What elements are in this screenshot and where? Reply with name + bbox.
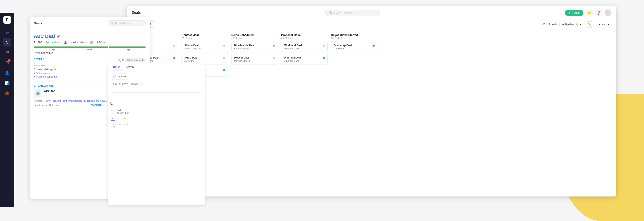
sidebar-item-chart[interactable]: 📊 xyxy=(3,79,12,87)
col-header-negotiations: Negotiations Started £0 · 1 deal xyxy=(331,33,378,40)
pencil-icon: ✏️ xyxy=(576,23,578,26)
toolbar: ⊞ ☰ ↻ £0 · 12 deals ⊟ Pipeline ✏️ ▾ ✏️ ▼… xyxy=(127,19,616,30)
add-deal-button[interactable]: + + Deal xyxy=(565,10,584,16)
today-user: M xyxy=(113,126,130,128)
deal-card-name-omnicorp: Omnicorp Deal xyxy=(334,44,371,47)
deal-card-bluemarble[interactable]: Blue Marble Deal Blue Marble LLP xyxy=(231,42,278,52)
tab-activity-type[interactable]: ACTIVITY xyxy=(117,117,128,121)
filter-icon: ▼ xyxy=(598,23,600,26)
deal-assignee: Hashim Hardy xyxy=(70,41,86,44)
deal-card-silicon[interactable]: Silicon Deal Silicon Links Inc xyxy=(182,42,228,52)
filter-dropdown[interactable]: ▼ Kurt ▾ xyxy=(596,22,611,27)
smart-contact-label: Smart Contact Data Info xyxy=(34,104,59,106)
pin-icon: 📌 xyxy=(56,35,60,38)
sidebar-item-contacts[interactable]: 👤 xyxy=(3,69,12,77)
tab-all[interactable]: ALL xyxy=(110,117,115,121)
sidebar-item-calendar[interactable]: ⊡ 6 xyxy=(3,58,12,67)
calendar-badge: 6 xyxy=(8,59,10,62)
progress-label-3: 0 days xyxy=(109,48,146,51)
sidebar-item-location[interactable]: ◎ xyxy=(3,28,12,36)
col-title-demo: Demo Scheduled xyxy=(231,33,278,37)
user-avatar[interactable] xyxy=(604,9,611,16)
col-header-contact-made: Contact Made £0 · 3 deals xyxy=(182,33,228,40)
sidebar-item-briefcase[interactable]: 💼 xyxy=(3,89,12,97)
bg-panel-header: Deals 🔍 Search Pipedrive xyxy=(30,17,150,29)
deal-card-info-jmvd: JMVD Deal JMVD Inc xyxy=(184,56,222,62)
call-row: Call 22 May · Kurt · H xyxy=(108,107,205,116)
deal-card-mindbend[interactable]: Mindbend Deal Mindbend LLP xyxy=(281,42,328,52)
deal-card-info-bluemarble: Blue Marble Deal Blue Marble LLP xyxy=(234,44,271,50)
deal-card-omnicorp[interactable]: Omnicorp Deal Omnicorp xyxy=(331,42,378,52)
today-timestamp: Today at 10:37 AM xyxy=(113,123,130,126)
deal-dot-jmvd xyxy=(223,57,225,59)
deal-card-company-silicon: Silicon Links Inc xyxy=(184,47,222,50)
deal-amount: €1,500 xyxy=(34,41,42,44)
deal-dot-silicon xyxy=(223,45,225,47)
deal-card-moveer[interactable]: Moveer Deal Moveer Limited xyxy=(231,54,278,64)
star-button[interactable]: ⭐ xyxy=(586,9,593,16)
help-button[interactable]: ❓ xyxy=(595,9,602,16)
deal-card-umbrella[interactable]: Umbrella Deal Umbrella Corp xyxy=(281,54,328,64)
column-demo-scheduled: Demo Scheduled £0 · 2 deals Blue Marble … xyxy=(231,33,278,193)
col-title-contact-made: Contact Made xyxy=(182,33,228,37)
deal-card-company-jmvd: JMVD Inc xyxy=(184,60,222,62)
bg-panel-search[interactable]: 🔍 Search Pipedrive xyxy=(108,20,146,26)
note-input[interactable] xyxy=(110,81,202,90)
deal-card-name-umbrella: Umbrella Deal xyxy=(284,56,321,59)
deal-dot-ownerate xyxy=(223,69,225,71)
col-header-proposal: Proposal Made £0 · 2 deals xyxy=(281,33,328,40)
phone-icon[interactable]: 📞 xyxy=(110,102,114,105)
arrows-icon[interactable]: ⇅ xyxy=(122,58,124,62)
search-icon: 🔍 xyxy=(111,22,114,25)
today-entry: Today at 10:37 AM M xyxy=(108,122,205,129)
notes-body: 📄 Invoice ··· xyxy=(108,71,205,100)
col-title-proposal: Proposal Made xyxy=(281,33,328,37)
deal-card-info-moveer: Moveer Deal Moveer Limited xyxy=(234,56,271,62)
column-negotiations: Negotiations Started £0 · 1 deal Omnicor… xyxy=(331,33,378,193)
invoice-tag[interactable]: 📄 Invoice xyxy=(110,73,128,80)
progress-bar-group: 0 days 0 days 0 days xyxy=(34,47,146,51)
more-dots[interactable]: ··· xyxy=(199,94,202,98)
notes-activity-panel: Notes Activity 📄 Invoice ··· 📞 Call 22 M… xyxy=(108,63,205,205)
org-name: ABC Inc xyxy=(44,89,55,93)
deal-card-name-jmvd: JMVD Deal xyxy=(184,56,222,59)
main-search-icon: 🔍 xyxy=(329,11,332,14)
edit-icon[interactable]: ✏️ xyxy=(117,58,121,62)
sidebar-item-more[interactable]: ··· xyxy=(3,195,12,204)
activity-tabs: ALL ACTIVITY xyxy=(108,116,205,122)
deal-dot-bluemarble xyxy=(273,45,275,47)
address-value: 9974 Pleasant Point, Ohathiockhouchy, Id… xyxy=(46,100,111,102)
sidebar: P ◎ $ ✉ ⊡ 6 👤 📊 💼 ··· xyxy=(0,13,14,207)
deal-card-name-silicon: Silicon Deal xyxy=(184,44,222,47)
add-products-link[interactable]: Add products xyxy=(46,41,60,44)
col-subtitle-negotiations: £0 · 1 deal xyxy=(331,37,378,40)
main-search[interactable]: 🔍 Search Pipedrive xyxy=(325,10,380,16)
deal-dot-umbrella xyxy=(323,57,325,59)
deal-dot-mindbend xyxy=(323,45,325,47)
invoice-label: Invoice xyxy=(118,75,126,78)
deal-card-company-omnicorp: Omnicorp xyxy=(334,47,371,50)
today-bar: Today at 10:37 AM M xyxy=(110,123,202,128)
details-section-header: DETAILS xyxy=(34,58,44,60)
deal-card-jmvd[interactable]: JMVD Deal JMVD Inc xyxy=(182,54,228,64)
col-subtitle-contact-made: £0 · 3 deals xyxy=(182,37,228,40)
tab-activity[interactable]: Activity xyxy=(123,63,137,71)
col-header-demo: Demo Scheduled £0 · 2 deals xyxy=(231,33,278,40)
search-placeholder: Search Pipedrive xyxy=(115,22,133,24)
pipeline-icon: ⊟ xyxy=(562,23,564,26)
deal-card-company-mindbend: Mindbend LLP xyxy=(284,47,321,50)
sidebar-item-mail[interactable]: ✉ xyxy=(3,48,12,57)
pipeline-dropdown[interactable]: ⊟ Pipeline ✏️ ▾ xyxy=(559,22,584,27)
main-search-placeholder: Search Pipedrive xyxy=(334,11,353,14)
sidebar-item-deals[interactable]: $ xyxy=(3,38,12,47)
org-label: ORGANISATION xyxy=(34,85,53,87)
deal-card-info-umbrella: Umbrella Deal Umbrella Corp xyxy=(284,56,321,62)
customise-fields-button[interactable]: Customise fields xyxy=(125,58,146,62)
tab-notes[interactable]: Notes xyxy=(110,63,123,71)
main-header: Deals 🔍 Search Pipedrive + + Deal ⭐ ❓ xyxy=(127,6,616,19)
call-circle xyxy=(110,110,114,113)
sidebar-logo[interactable]: P xyxy=(4,16,11,24)
edit-pipeline-button[interactable]: ✏️ xyxy=(586,21,593,28)
yellow-bar xyxy=(110,124,111,128)
call-info: Call 22 May · Kurt · H xyxy=(116,109,202,114)
